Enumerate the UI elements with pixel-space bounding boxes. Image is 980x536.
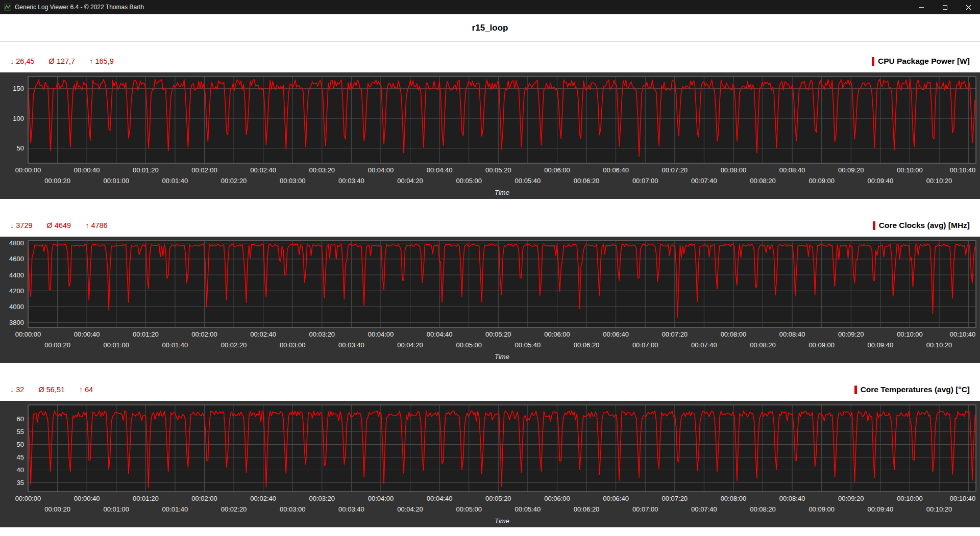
svg-text:00:03:00: 00:03:00 (280, 177, 306, 185)
svg-text:00:02:20: 00:02:20 (221, 505, 247, 513)
svg-text:35: 35 (17, 479, 24, 487)
svg-text:00:00:20: 00:00:20 (44, 505, 70, 513)
svg-text:00:01:20: 00:01:20 (133, 166, 159, 174)
svg-text:00:09:20: 00:09:20 (838, 166, 864, 174)
svg-text:00:02:00: 00:02:00 (191, 330, 217, 338)
svg-text:00:01:00: 00:01:00 (103, 505, 129, 513)
svg-text:00:06:20: 00:06:20 (574, 341, 600, 349)
stat-min: ↓ 26,45 (10, 57, 35, 65)
svg-text:00:06:00: 00:06:00 (544, 495, 570, 502)
svg-text:00:02:20: 00:02:20 (221, 177, 247, 185)
svg-text:00:10:40: 00:10:40 (950, 330, 976, 338)
svg-text:00:00:20: 00:00:20 (44, 341, 70, 349)
svg-text:00:00:40: 00:00:40 (74, 166, 100, 174)
chart-canvas[interactable]: 38004000420044004600480000:00:0000:00:20… (0, 237, 980, 363)
svg-text:00:03:20: 00:03:20 (309, 330, 335, 338)
chart-panel-cpu-power[interactable]: 5010015000:00:0000:00:2000:00:4000:01:00… (0, 72, 980, 199)
chart-section-cpu-power: ↓ 26,45 Ø 127,7 ↑ 165,9 CPU Package Powe… (0, 50, 980, 199)
stat-avg: Ø 127,7 (49, 57, 76, 65)
svg-text:00:10:00: 00:10:00 (897, 330, 923, 338)
svg-text:00:09:20: 00:09:20 (838, 330, 864, 338)
svg-text:00:10:40: 00:10:40 (950, 495, 976, 502)
svg-text:4800: 4800 (9, 239, 24, 247)
stat-avg: Ø 4649 (47, 221, 71, 229)
svg-text:00:09:00: 00:09:00 (808, 341, 835, 349)
svg-text:00:00:40: 00:00:40 (74, 495, 100, 502)
svg-text:00:06:40: 00:06:40 (603, 330, 629, 338)
legend-color-icon (854, 386, 857, 394)
minimize-button[interactable] (910, 0, 933, 14)
svg-text:00:01:00: 00:01:00 (103, 341, 129, 349)
svg-text:00:01:40: 00:01:40 (162, 177, 188, 185)
svg-text:55: 55 (17, 428, 24, 436)
chart-canvas[interactable]: 5010015000:00:0000:00:2000:00:4000:01:00… (0, 72, 980, 199)
chart-title-temps: Core Temperatures (avg) [°C] (861, 385, 970, 394)
svg-text:00:03:20: 00:03:20 (309, 495, 335, 502)
svg-text:00:05:00: 00:05:00 (456, 341, 482, 349)
chart-stats-power: ↓ 26,45 Ø 127,7 ↑ 165,9 (10, 57, 114, 65)
svg-text:45: 45 (17, 453, 24, 461)
svg-text:00:06:00: 00:06:00 (544, 330, 570, 338)
svg-text:00:04:20: 00:04:20 (397, 341, 423, 349)
chart-panel-core-clocks[interactable]: 38004000420044004600480000:00:0000:00:20… (0, 237, 980, 363)
svg-text:00:01:40: 00:01:40 (162, 341, 188, 349)
svg-text:00:03:00: 00:03:00 (280, 341, 306, 349)
chart-panel-core-temps[interactable]: 35404550556000:00:0000:00:2000:00:4000:0… (0, 401, 980, 527)
svg-text:00:02:00: 00:02:00 (191, 495, 217, 502)
page-title: r15_loop (472, 23, 508, 33)
app-window: Generic Log Viewer 6.4 - © 2022 Thomas B… (0, 0, 980, 527)
svg-text:60: 60 (17, 415, 24, 423)
stats-row-clocks: ↓ 3729 Ø 4649 ↑ 4786 Core Clocks (avg) [… (0, 214, 980, 237)
svg-text:00:00:00: 00:00:00 (15, 330, 41, 338)
svg-text:00:09:40: 00:09:40 (868, 341, 894, 349)
svg-text:00:08:00: 00:08:00 (721, 166, 747, 174)
svg-text:00:04:00: 00:04:00 (368, 166, 394, 174)
svg-text:00:02:40: 00:02:40 (250, 495, 276, 502)
svg-text:00:07:20: 00:07:20 (662, 166, 688, 174)
svg-text:00:09:20: 00:09:20 (838, 495, 864, 502)
titlebar: Generic Log Viewer 6.4 - © 2022 Thomas B… (0, 0, 980, 14)
chart-canvas[interactable]: 35404550556000:00:0000:00:2000:00:4000:0… (0, 401, 980, 527)
svg-text:00:07:40: 00:07:40 (691, 177, 717, 185)
stats-row-temps: ↓ 32 Ø 56,51 ↑ 64 Core Temperatures (avg… (0, 378, 980, 401)
app-icon (4, 4, 11, 11)
svg-text:00:08:00: 00:08:00 (721, 495, 747, 502)
svg-text:Time: Time (495, 517, 509, 525)
svg-text:00:00:20: 00:00:20 (44, 177, 70, 185)
svg-text:00:08:40: 00:08:40 (779, 495, 805, 502)
svg-text:00:10:00: 00:10:00 (897, 495, 923, 502)
svg-text:00:06:00: 00:06:00 (544, 166, 570, 174)
svg-text:100: 100 (13, 115, 24, 122)
document-header: r15_loop (0, 14, 980, 42)
close-button[interactable] (957, 0, 980, 14)
stat-max: ↑ 4786 (85, 221, 108, 229)
legend-color-icon (873, 221, 875, 230)
chart-legend-temps: Core Temperatures (avg) [°C] (854, 385, 970, 394)
svg-text:00:10:20: 00:10:20 (926, 505, 952, 513)
svg-text:00:07:20: 00:07:20 (662, 330, 688, 338)
svg-text:00:05:20: 00:05:20 (485, 330, 511, 338)
chart-section-core-clocks: ↓ 3729 Ø 4649 ↑ 4786 Core Clocks (avg) [… (0, 214, 980, 363)
svg-text:00:03:40: 00:03:40 (338, 177, 364, 185)
svg-text:00:00:00: 00:00:00 (15, 495, 41, 502)
svg-text:00:08:20: 00:08:20 (750, 341, 776, 349)
svg-text:00:06:20: 00:06:20 (574, 177, 600, 185)
chart-section-core-temps: ↓ 32 Ø 56,51 ↑ 64 Core Temperatures (avg… (0, 378, 980, 527)
close-icon (966, 5, 971, 10)
svg-text:00:03:20: 00:03:20 (309, 166, 335, 174)
svg-text:00:04:40: 00:04:40 (427, 330, 453, 338)
svg-text:00:08:40: 00:08:40 (779, 330, 805, 338)
svg-text:00:07:00: 00:07:00 (632, 177, 658, 185)
maximize-icon (943, 5, 947, 10)
svg-text:00:09:00: 00:09:00 (808, 177, 835, 185)
svg-text:00:04:20: 00:04:20 (397, 505, 423, 513)
svg-text:00:09:40: 00:09:40 (868, 177, 894, 185)
svg-text:00:07:00: 00:07:00 (632, 505, 658, 513)
minimize-icon (919, 7, 924, 8)
stat-max: ↑ 165,9 (89, 57, 114, 65)
svg-text:00:09:00: 00:09:00 (808, 505, 835, 513)
svg-text:00:02:20: 00:02:20 (221, 341, 247, 349)
chart-legend-clocks: Core Clocks (avg) [MHz] (873, 221, 970, 230)
maximize-button[interactable] (933, 0, 957, 14)
svg-text:40: 40 (17, 466, 24, 474)
